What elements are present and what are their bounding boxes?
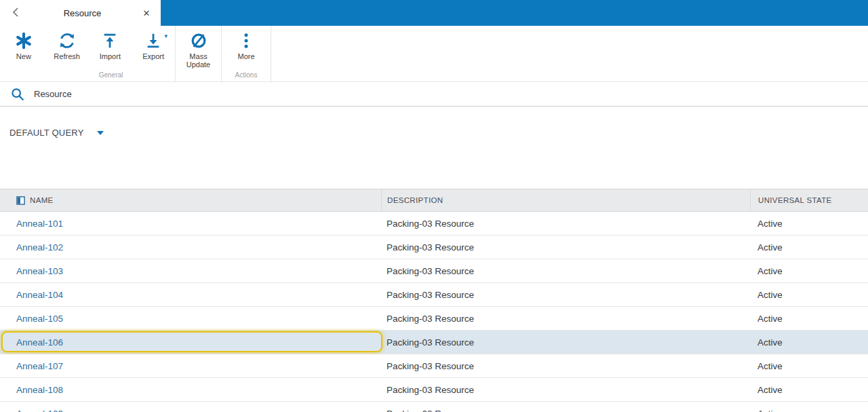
- search-bar[interactable]: Resource: [0, 82, 868, 107]
- close-icon: ✕: [143, 8, 151, 18]
- toolbar-group-actions: More Actions: [222, 26, 271, 81]
- resource-link[interactable]: Anneal-109: [16, 409, 63, 412]
- refresh-button-label: Refresh: [54, 52, 80, 60]
- table-header: NAME DESCRIPTION UNIVERSAL STATE: [0, 189, 868, 212]
- table-row[interactable]: Anneal-108 Packing-03 Resource Active: [0, 378, 868, 402]
- new-button[interactable]: New: [2, 26, 45, 71]
- tab-close-button[interactable]: ✕: [138, 0, 155, 26]
- state-cell: Active: [750, 283, 868, 306]
- column-header-universal-state[interactable]: UNIVERSAL STATE: [750, 189, 868, 211]
- resource-link[interactable]: Anneal-105: [16, 314, 63, 324]
- import-button[interactable]: Import: [89, 26, 132, 71]
- name-cell: Anneal-105: [0, 307, 381, 330]
- toolbar-group-general-caption: General: [2, 71, 175, 81]
- export-button[interactable]: ▾ Export: [132, 26, 175, 71]
- state-cell: Active: [750, 331, 868, 354]
- name-cell: Anneal-108: [0, 378, 381, 401]
- query-section: DEFAULT QUERY: [0, 107, 868, 189]
- resource-link[interactable]: Anneal-103: [16, 266, 63, 276]
- back-button[interactable]: [4, 0, 27, 26]
- mass-update-button-label: Mass Update: [180, 52, 218, 69]
- asterisk-icon: [15, 31, 33, 51]
- tab-resource[interactable]: Resource ✕: [0, 0, 161, 26]
- description-cell: Packing-03 Resource: [381, 354, 750, 377]
- column-header-description[interactable]: DESCRIPTION: [381, 189, 750, 211]
- export-button-label: Export: [142, 52, 164, 60]
- table-row-selected[interactable]: Anneal-106 Packing-03 Resource Active: [0, 331, 868, 354]
- app-window: Resource ✕: [0, 0, 868, 412]
- state-cell: Active: [750, 259, 868, 282]
- table-row[interactable]: Anneal-103 Packing-03 Resource Active: [0, 259, 868, 283]
- toolbar-group-mass-caption: [176, 71, 221, 81]
- resource-link[interactable]: Anneal-106: [16, 337, 63, 348]
- column-chooser-icon[interactable]: [16, 196, 25, 205]
- resource-table: NAME DESCRIPTION UNIVERSAL STATE Anneal-…: [0, 189, 868, 412]
- description-cell: Packing-03 Resource: [381, 259, 750, 282]
- description-cell: Packing-03 Resource: [381, 236, 750, 259]
- description-cell: Packing-03 Resource: [381, 378, 750, 401]
- export-arrow-icon: ▾: [144, 31, 162, 51]
- ellipsis-icon: [237, 31, 255, 51]
- table-row[interactable]: Anneal-109 Packing-03 Resource Active: [0, 402, 868, 412]
- resource-link[interactable]: Anneal-107: [16, 361, 63, 371]
- top-bar: Resource ✕: [0, 0, 868, 26]
- query-label: DEFAULT QUERY: [9, 128, 84, 138]
- mass-update-button[interactable]: Mass Update: [177, 26, 220, 71]
- more-button[interactable]: More: [224, 26, 268, 71]
- resource-link[interactable]: Anneal-101: [16, 219, 63, 229]
- default-query-dropdown[interactable]: DEFAULT QUERY: [9, 128, 104, 138]
- name-cell: Anneal-107: [0, 354, 381, 377]
- title-bar-fill: [161, 0, 868, 26]
- chevron-left-icon: [12, 7, 19, 20]
- toolbar-ribbon: New Refresh: [0, 26, 868, 82]
- search-icon: [10, 87, 25, 102]
- state-cell: Active: [750, 354, 868, 377]
- refresh-icon: [58, 31, 76, 51]
- column-header-name[interactable]: NAME: [0, 189, 381, 211]
- state-cell: Active: [750, 402, 868, 412]
- name-cell: Anneal-102: [0, 236, 381, 259]
- name-cell: Anneal-104: [0, 283, 381, 306]
- new-button-label: New: [16, 52, 31, 60]
- table-row[interactable]: Anneal-107 Packing-03 Resource Active: [0, 354, 868, 378]
- toolbar-group-general: New Refresh: [0, 26, 176, 81]
- table-row[interactable]: Anneal-102 Packing-03 Resource Active: [0, 236, 868, 259]
- name-cell: Anneal-109: [0, 402, 381, 412]
- name-cell: Anneal-101: [0, 212, 381, 235]
- chevron-down-icon: [97, 131, 104, 135]
- description-cell: Packing-03 Resource: [381, 212, 750, 235]
- description-cell: Packing-03 Resource: [381, 307, 750, 330]
- refresh-button[interactable]: Refresh: [45, 26, 89, 71]
- table-row[interactable]: Anneal-105 Packing-03 Resource Active: [0, 307, 868, 331]
- export-dropdown-caret-icon[interactable]: ▾: [165, 33, 168, 39]
- name-cell: Anneal-106: [0, 331, 381, 354]
- slashed-circle-icon: [190, 31, 208, 51]
- description-cell: Packing-03 Resource: [381, 331, 750, 354]
- state-cell: Active: [750, 378, 868, 401]
- table-row[interactable]: Anneal-101 Packing-03 Resource Active: [0, 212, 868, 236]
- resource-link[interactable]: Anneal-104: [16, 290, 63, 300]
- resource-link[interactable]: Anneal-108: [16, 385, 63, 395]
- search-input[interactable]: Resource: [34, 89, 72, 99]
- more-button-label: More: [237, 52, 254, 60]
- resource-link[interactable]: Anneal-102: [16, 242, 63, 252]
- toolbar-group-actions-caption: Actions: [222, 71, 271, 81]
- name-cell: Anneal-103: [0, 259, 381, 282]
- toolbar-group-mass-update: Mass Update: [176, 26, 222, 81]
- tab-title: Resource: [27, 8, 138, 18]
- description-cell: Packing-03 Resource: [381, 402, 750, 412]
- description-cell: Packing-03 Resource: [381, 283, 750, 306]
- table-row[interactable]: Anneal-104 Packing-03 Resource Active: [0, 283, 868, 307]
- state-cell: Active: [750, 212, 868, 235]
- state-cell: Active: [750, 307, 868, 330]
- state-cell: Active: [750, 236, 868, 259]
- import-button-label: Import: [100, 52, 121, 60]
- import-arrow-icon: [101, 31, 119, 51]
- column-header-name-label: NAME: [30, 196, 54, 204]
